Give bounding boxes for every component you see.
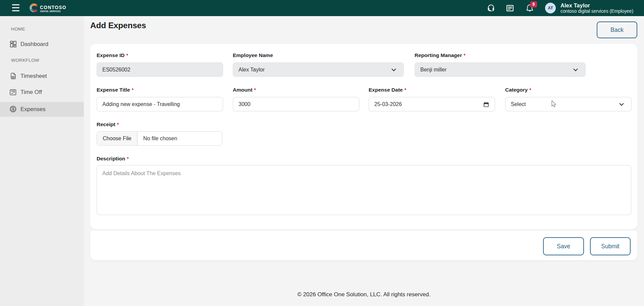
svg-text:$: $ — [12, 107, 14, 111]
